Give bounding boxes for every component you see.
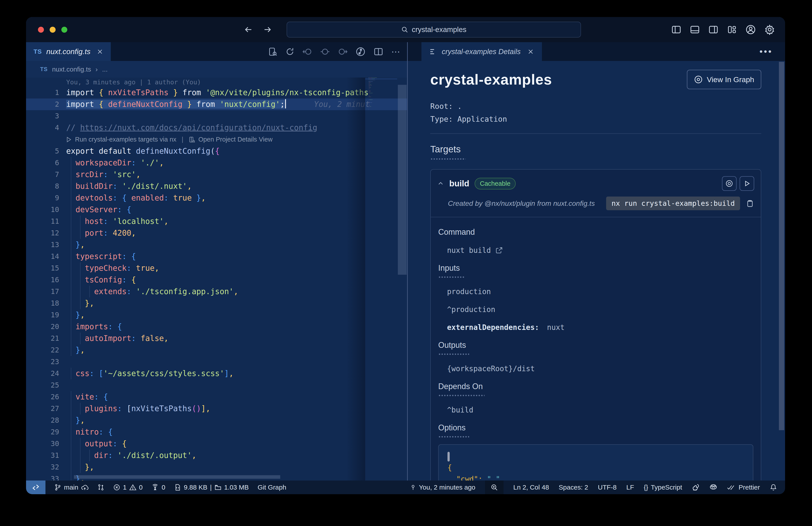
copilot-icon[interactable] [709, 483, 717, 491]
collapse-chevron-icon[interactable] [437, 180, 444, 187]
command-center-search[interactable]: crystal-examples [287, 22, 581, 38]
ports-item[interactable]: 0 [151, 484, 165, 491]
squirrel-extension-icon[interactable] [692, 483, 700, 491]
vertical-scrollbar[interactable] [398, 85, 407, 275]
line-number[interactable]: 9 [26, 192, 59, 204]
back-icon[interactable] [244, 25, 253, 34]
refresh-icon[interactable] [285, 47, 294, 56]
external-link-icon[interactable] [495, 247, 503, 254]
language-mode-item[interactable]: {} TypeScript [644, 484, 682, 491]
close-window-button[interactable] [38, 27, 44, 33]
line-number[interactable]: 2 [26, 99, 59, 110]
section-divider [430, 133, 761, 134]
line-number[interactable]: 10 [26, 204, 59, 215]
source-control-graph-item[interactable] [97, 484, 104, 491]
copy-icon[interactable] [746, 199, 754, 208]
open-preview-icon[interactable] [268, 47, 277, 56]
minimap[interactable]: You, 3 minutes ago | 1 author (You)1impo… [365, 77, 397, 481]
line-number[interactable]: 14 [26, 251, 59, 262]
depends-item: ^build [438, 406, 753, 414]
code-line[interactable]: 34}); [365, 109, 397, 110]
zoom-item[interactable] [485, 481, 504, 494]
line-number[interactable]: 6 [26, 157, 59, 169]
close-tab-icon[interactable] [97, 48, 103, 55]
line-number[interactable]: 8 [26, 181, 59, 192]
blame-item[interactable]: You, 2 minutes ago [410, 484, 476, 491]
view-in-graph-button[interactable]: View In Graph [687, 70, 761, 89]
settings-gear-icon[interactable] [764, 24, 775, 35]
line-number[interactable]: 23 [26, 356, 59, 368]
indentation-item[interactable]: Spaces: 2 [559, 484, 588, 491]
git-graph-item[interactable]: Git Graph [258, 484, 286, 491]
line-number[interactable]: 20 [26, 321, 59, 332]
code-editor[interactable]: You, 3 minutes ago | 1 author (You)1impo… [26, 77, 407, 481]
customize-layout-icon[interactable] [727, 25, 737, 35]
line-number[interactable]: 17 [26, 286, 59, 297]
line-number[interactable]: 31 [26, 450, 59, 461]
more-actions-icon[interactable]: ••• [759, 47, 785, 57]
line-number[interactable]: 15 [26, 262, 59, 274]
tab-project-details[interactable]: crystal-examples Details [421, 42, 542, 61]
line-number[interactable]: 1 [26, 87, 59, 99]
line-number[interactable]: 25 [26, 379, 59, 391]
line-number[interactable]: 21 [26, 332, 59, 344]
line-number[interactable]: 3 [26, 110, 59, 122]
encoding-item[interactable]: UTF-8 [598, 484, 617, 491]
close-tab-icon[interactable] [527, 48, 534, 55]
forward-icon[interactable] [263, 25, 272, 34]
line-number[interactable]: 30 [26, 438, 59, 450]
line-number[interactable]: 22 [26, 344, 59, 356]
maximize-window-button[interactable] [61, 27, 67, 33]
prettier-item[interactable]: Prettier [727, 484, 760, 491]
minimize-window-button[interactable] [50, 27, 56, 33]
line-number[interactable]: 33 [26, 473, 59, 481]
line-number[interactable]: 16 [26, 274, 59, 286]
line-number[interactable]: 11 [26, 215, 59, 227]
tab-nuxt-config[interactable]: TS nuxt.config.ts [26, 42, 111, 61]
account-icon[interactable] [745, 24, 756, 35]
line-number[interactable]: 19 [26, 309, 59, 321]
file-size-item[interactable]: 9.88 KB | 1.03 MB [174, 484, 249, 491]
codelens-run-link[interactable]: Run crystal-examples targets via nx [75, 133, 176, 145]
problems-item[interactable]: 1 0 [113, 484, 143, 491]
timeline-git-icon[interactable] [356, 47, 366, 57]
line-number[interactable]: 13 [26, 239, 59, 251]
run-target-icon[interactable] [65, 136, 72, 143]
line-number[interactable]: 26 [26, 391, 59, 403]
previous-change-icon[interactable] [303, 47, 312, 57]
toggle-secondary-sidebar-icon[interactable] [708, 25, 719, 35]
open-details-icon[interactable] [189, 136, 195, 143]
line-number[interactable]: 7 [26, 169, 59, 181]
cursor-position-item[interactable]: Ln 2, Col 48 [513, 484, 549, 491]
line-number[interactable]: 28 [26, 414, 59, 426]
target-name[interactable]: build [449, 179, 469, 188]
remote-indicator[interactable] [26, 481, 45, 494]
external-deps-value: nuxt [547, 323, 564, 332]
line-number[interactable]: 27 [26, 403, 59, 414]
breadcrumb-file[interactable]: nuxt.config.ts [52, 66, 91, 73]
line-number[interactable]: 12 [26, 227, 59, 239]
toggle-primary-sidebar-icon[interactable] [671, 25, 681, 35]
line-number[interactable]: 29 [26, 426, 59, 438]
run-target-button[interactable] [740, 176, 754, 191]
current-change-icon[interactable] [320, 47, 330, 57]
git-branch-item[interactable]: main [54, 484, 88, 491]
line-number[interactable]: 24 [26, 368, 59, 379]
breadcrumb-more[interactable]: ... [102, 66, 108, 73]
view-target-button[interactable] [722, 176, 737, 191]
eol-item[interactable]: LF [626, 484, 634, 491]
line-number[interactable]: 18 [26, 297, 59, 309]
toggle-panel-icon[interactable] [690, 25, 700, 35]
split-editor-icon[interactable] [374, 47, 383, 57]
next-change-icon[interactable] [338, 47, 348, 57]
notifications-bell-icon[interactable] [770, 484, 777, 491]
line-number[interactable]: 4 [26, 122, 59, 133]
more-actions-icon[interactable]: ⋯ [391, 47, 401, 57]
line-number[interactable]: 32 [26, 461, 59, 473]
line-number[interactable]: 5 [26, 145, 59, 157]
codelens-open-link[interactable]: Open Project Details View [198, 133, 273, 145]
run-command-chip[interactable]: nx run crystal-examples:build [606, 197, 740, 210]
details-scrollbar[interactable] [779, 62, 784, 430]
breadcrumb[interactable]: TS nuxt.config.ts › ... [26, 61, 407, 77]
horizontal-scrollbar[interactable] [74, 475, 280, 479]
